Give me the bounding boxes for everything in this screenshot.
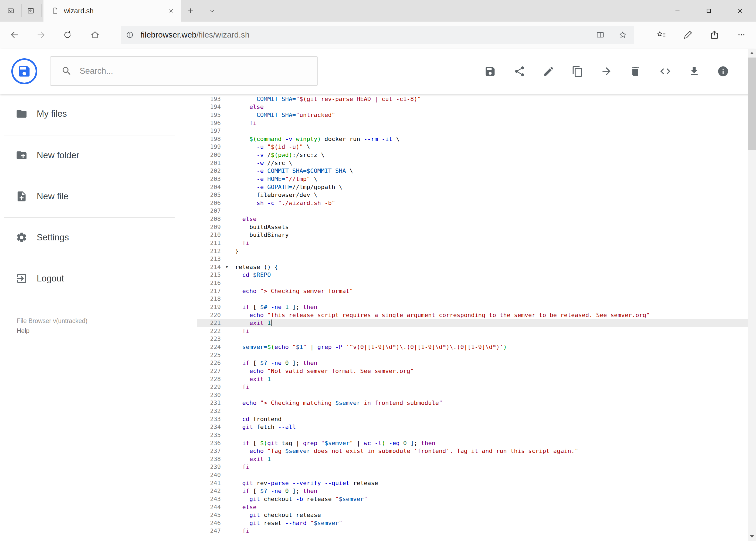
code-line[interactable]: 229 fi bbox=[197, 383, 748, 391]
code-line[interactable]: 241 git rev-parse --verify --quiet relea… bbox=[197, 479, 748, 487]
code-line[interactable]: 222 fi bbox=[197, 327, 748, 335]
code-line[interactable]: 210 buildBinary bbox=[197, 231, 748, 239]
code-line[interactable]: 220 echo "This release script requires a… bbox=[197, 311, 748, 319]
move-button[interactable] bbox=[595, 59, 619, 83]
browser-menu-button[interactable] bbox=[732, 25, 751, 45]
code-line[interactable]: 193 COMMIT_SHA="$(git rev-parse HEAD | c… bbox=[197, 95, 748, 103]
code-line[interactable]: 197 bbox=[197, 127, 748, 135]
code-line[interactable]: 239 fi bbox=[197, 463, 748, 471]
tab-preview-button[interactable] bbox=[4, 4, 18, 18]
window-close-button[interactable] bbox=[724, 0, 756, 22]
scroll-down-arrow-icon[interactable] bbox=[750, 535, 754, 538]
code-line[interactable]: 218 bbox=[197, 295, 748, 303]
code-line[interactable]: 236 if [ $(git tag | grep "$semver" | wc… bbox=[197, 439, 748, 447]
code-line[interactable]: 242 if [ $? -ne 0 ]; then bbox=[197, 487, 748, 495]
tab-list-dropdown-button[interactable] bbox=[204, 4, 220, 18]
code-line[interactable]: 214▼release () { bbox=[197, 263, 748, 271]
code-line[interactable]: 237 echo "Tag $semver does not exist in … bbox=[197, 447, 748, 455]
code-line[interactable]: 240 bbox=[197, 471, 748, 479]
code-line[interactable]: 247 fi bbox=[197, 527, 748, 535]
code-line[interactable]: 204 -e GOPATH=//tmp/gopath \ bbox=[197, 183, 748, 191]
scroll-up-arrow-icon[interactable] bbox=[750, 52, 754, 54]
code-line[interactable]: 228 exit 1 bbox=[197, 375, 748, 383]
code-line[interactable]: 223 bbox=[197, 335, 748, 343]
address-bar[interactable]: filebrowser.web/files/wizard.sh bbox=[121, 26, 634, 44]
code-line[interactable]: 246 git reset --hard "$semver" bbox=[197, 519, 748, 527]
forward-button[interactable] bbox=[31, 25, 51, 45]
web-note-button[interactable] bbox=[678, 25, 698, 45]
code-line[interactable]: 243 git checkout -b release "$semver" bbox=[197, 495, 748, 503]
code-line[interactable]: 227 echo "Not valid semver format. See s… bbox=[197, 367, 748, 375]
code-line[interactable]: 234 git fetch --all bbox=[197, 423, 748, 431]
scrollbar-thumb[interactable] bbox=[748, 58, 756, 150]
search-box[interactable] bbox=[50, 56, 318, 86]
code-line[interactable]: 232 bbox=[197, 407, 748, 415]
code-line[interactable]: 225 bbox=[197, 351, 748, 359]
code-line[interactable]: 211 fi bbox=[197, 239, 748, 247]
code-view-button[interactable] bbox=[653, 59, 677, 83]
fold-toggle-icon[interactable]: ▼ bbox=[223, 263, 231, 271]
window-maximize-button[interactable] bbox=[693, 0, 724, 22]
code-editor[interactable]: 192 if [ -d "/.git" ]; then193 COMMIT_SH… bbox=[197, 94, 748, 541]
code-line[interactable]: 196 fi bbox=[197, 119, 748, 127]
code-line[interactable]: 208 else bbox=[197, 215, 748, 223]
code-line[interactable]: 206 sh -c "./wizard.sh -b" bbox=[197, 199, 748, 207]
sidebar-item-my-files[interactable]: My files bbox=[0, 98, 197, 130]
refresh-button[interactable] bbox=[58, 25, 77, 45]
code-line[interactable]: 244 else bbox=[197, 503, 748, 511]
filebrowser-logo[interactable] bbox=[11, 58, 37, 84]
info-button[interactable] bbox=[711, 59, 735, 83]
home-button[interactable] bbox=[85, 25, 105, 45]
code-line[interactable]: 238 exit 1 bbox=[197, 455, 748, 463]
code-line[interactable]: 202 -e COMMIT_SHA=$COMMIT_SHA \ bbox=[197, 167, 748, 175]
code-line[interactable]: 233 cd frontend bbox=[197, 415, 748, 423]
reading-view-button[interactable] bbox=[593, 30, 608, 40]
delete-button[interactable] bbox=[624, 59, 647, 83]
tab-close-button[interactable] bbox=[163, 3, 179, 18]
save-button[interactable] bbox=[478, 59, 502, 83]
page-scrollbar[interactable] bbox=[748, 49, 756, 541]
window-minimize-button[interactable] bbox=[662, 0, 693, 22]
share-button[interactable] bbox=[705, 25, 724, 45]
share-file-button[interactable] bbox=[508, 59, 531, 83]
code-line[interactable]: 231 echo "> Checking matching $semver in… bbox=[197, 399, 748, 407]
code-line[interactable]: 195 COMMIT_SHA="untracked" bbox=[197, 111, 748, 119]
help-link[interactable]: Help bbox=[17, 326, 88, 336]
search-input[interactable] bbox=[79, 66, 291, 76]
code-line[interactable]: 245 git checkout release bbox=[197, 511, 748, 519]
sidebar-item-new-folder[interactable]: New folder bbox=[0, 139, 197, 172]
sidebar-item-settings[interactable]: Settings bbox=[0, 221, 197, 254]
url-text[interactable]: filebrowser.web/files/wizard.sh bbox=[140, 30, 250, 39]
browser-tab-wizard-sh[interactable]: wizard.sh bbox=[44, 0, 181, 22]
code-line[interactable]: 217 echo "> Checking semver format" bbox=[197, 287, 748, 295]
back-button[interactable] bbox=[5, 25, 24, 45]
sidebar-item-logout[interactable]: Logout bbox=[0, 262, 197, 295]
code-line[interactable]: 200 -v /$(pwd):/src:z \ bbox=[197, 151, 748, 159]
code-line[interactable]: 230 bbox=[197, 391, 748, 399]
code-line[interactable]: 235 bbox=[197, 431, 748, 439]
hub-button[interactable] bbox=[652, 25, 671, 45]
code-line[interactable]: 198 $(command -v winpty) docker run --rm… bbox=[197, 135, 748, 143]
rename-button[interactable] bbox=[537, 59, 561, 83]
set-tabs-aside-button[interactable] bbox=[24, 4, 38, 18]
code-line[interactable]: 207 bbox=[197, 207, 748, 215]
sidebar-item-new-file[interactable]: New file bbox=[0, 180, 197, 213]
new-tab-button[interactable] bbox=[182, 4, 199, 18]
code-line[interactable]: 199 -u "$(id -u)" \ bbox=[197, 143, 748, 151]
code-line[interactable]: 205 filebrowser/dev \ bbox=[197, 191, 748, 199]
code-line[interactable]: 226 if [ $? -ne 0 ]; then bbox=[197, 359, 748, 367]
code-line[interactable]: 213 bbox=[197, 255, 748, 263]
code-line[interactable]: 209 buildAssets bbox=[197, 223, 748, 231]
site-info-icon[interactable] bbox=[126, 31, 134, 39]
download-button[interactable] bbox=[682, 59, 706, 83]
code-line[interactable]: 212} bbox=[197, 247, 748, 255]
code-line[interactable]: 216 bbox=[197, 279, 748, 287]
code-line[interactable]: 203 -e HOME="//tmp" \ bbox=[197, 175, 748, 183]
add-favorite-button[interactable] bbox=[615, 30, 630, 40]
copy-button[interactable] bbox=[566, 59, 590, 83]
code-line[interactable]: 215 cd $REPO bbox=[197, 271, 748, 279]
code-line[interactable]: 219 if [ $# -ne 1 ]; then bbox=[197, 303, 748, 311]
code-line[interactable]: 221 exit 1 bbox=[197, 319, 748, 327]
code-line[interactable]: 201 -w //src \ bbox=[197, 159, 748, 167]
code-line[interactable]: 194 else bbox=[197, 103, 748, 111]
